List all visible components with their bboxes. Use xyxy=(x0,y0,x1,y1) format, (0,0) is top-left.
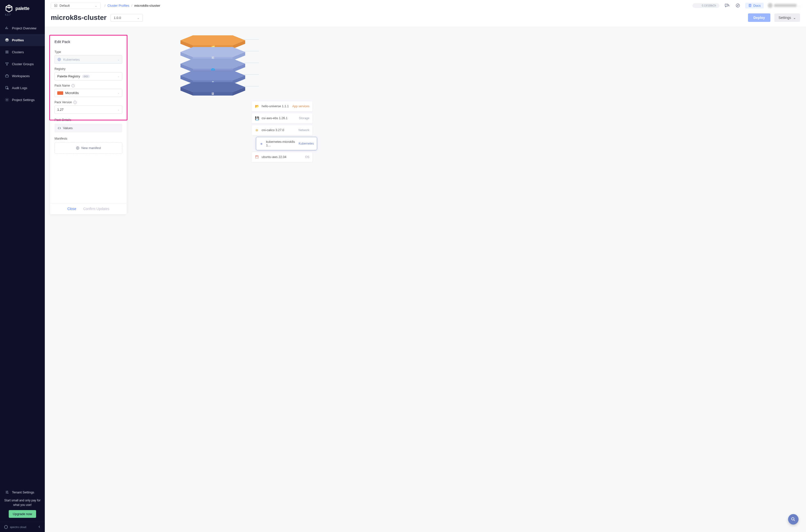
user-name-redacted xyxy=(774,4,796,7)
info-icon[interactable]: i xyxy=(73,101,77,104)
compass-icon[interactable] xyxy=(734,2,741,9)
svg-marker-31 xyxy=(181,82,245,92)
nav-label: Tenant Settings xyxy=(12,491,34,494)
nav: Project Overview Profiles Clusters Clust… xyxy=(0,22,45,498)
svg-point-11 xyxy=(736,4,739,7)
folder-open-icon: 📂 xyxy=(255,104,259,108)
docs-label: Docs xyxy=(753,4,761,7)
pack-name-label: Pack Name i xyxy=(55,84,122,87)
layer-card-network[interactable]: ⊕ cni-calico 3.27.0 Network xyxy=(251,125,313,135)
spectro-logo-icon xyxy=(4,525,8,529)
settings-label: Settings xyxy=(779,16,791,20)
palette-logo-icon xyxy=(5,4,13,13)
nav-profiles[interactable]: Profiles xyxy=(0,34,45,46)
nav-cluster-groups[interactable]: Cluster Groups xyxy=(0,58,45,70)
values-label: Values xyxy=(63,126,73,130)
values-button[interactable]: Values xyxy=(55,124,122,132)
plus-circle-icon xyxy=(76,146,79,150)
stack-visual: 📁 🗄 🌐 ⎈ xyxy=(152,35,806,532)
pack-version-value: 1.27 xyxy=(57,108,63,112)
chevron-down-icon: ⌄ xyxy=(117,58,119,61)
type-value: Kubernetes xyxy=(63,58,80,61)
new-manifest-button[interactable]: New manifest xyxy=(55,142,122,154)
panel-title: Edit Pack xyxy=(50,36,127,47)
svg-rect-4 xyxy=(6,86,8,89)
panel-footer: Close Confirm Updates xyxy=(50,203,127,214)
svg-marker-15 xyxy=(181,35,245,45)
nav-label: Audit Logs xyxy=(12,86,27,90)
nav-label: Workspaces xyxy=(12,74,30,78)
profile-version-select[interactable]: 1.0.0 ⌄ xyxy=(111,14,143,22)
list-icon xyxy=(5,50,9,54)
chat-icon[interactable] xyxy=(723,2,730,9)
help-fab[interactable] xyxy=(788,514,799,525)
chevron-down-icon: ⌄ xyxy=(793,16,796,20)
layer-card-kubernetes[interactable]: ⎈ kubernetes-microk8s 1… Kubernetes xyxy=(256,137,317,150)
edit-pack-panel: Edit Pack Type Kubernetes ⌄ Registry Pal… xyxy=(50,35,127,214)
user-menu[interactable]: ⌄ xyxy=(768,3,800,8)
nav-clusters[interactable]: Clusters xyxy=(0,46,45,58)
breadcrumb: / Cluster Profiles / microk8s-cluster xyxy=(105,4,160,7)
nav-audit-logs[interactable]: Audit Logs xyxy=(0,82,45,94)
svg-point-9 xyxy=(8,493,8,494)
scope-value: Default xyxy=(59,4,70,7)
upgrade-button[interactable]: Upgrade now xyxy=(9,510,36,518)
chevron-down-icon: ⌄ xyxy=(95,4,97,7)
connector xyxy=(244,51,259,51)
nav-label: Profiles xyxy=(12,38,24,42)
usage-badge[interactable]: 0.13/100kCh xyxy=(693,3,719,8)
chevron-down-icon: ⌄ xyxy=(117,75,119,78)
sliders-icon xyxy=(5,490,9,494)
deploy-button[interactable]: Deploy xyxy=(748,14,771,22)
chevron-left-icon[interactable] xyxy=(38,525,41,529)
registry-value: Palette Registry xyxy=(57,74,80,78)
info-icon[interactable]: i xyxy=(72,84,75,87)
nav-project-overview[interactable]: Project Overview xyxy=(0,22,45,34)
layer-name: ubuntu-aws 22.04 xyxy=(262,155,303,159)
svg-point-6 xyxy=(6,99,7,100)
sidebar: palette 4.3.7 Project Overview Profiles xyxy=(0,0,45,532)
chart-bar-icon xyxy=(5,26,9,30)
footer-brand[interactable]: spectro cloud xyxy=(0,522,45,532)
hex-layer-os: 🖥 xyxy=(181,82,245,100)
layer-name: hello-universe 1.1.1 xyxy=(262,104,290,108)
app-version: 4.3.7 xyxy=(0,14,45,20)
pack-name-select[interactable]: MicroK8s ⌄ xyxy=(55,89,122,97)
page-title: microk8s-cluster xyxy=(51,14,107,22)
nav-label: Clusters xyxy=(12,50,24,54)
layer-card-storage[interactable]: 💾 csi-aws-ebs 1.26.1 Storage xyxy=(251,113,313,124)
breadcrumb-link-profiles[interactable]: Cluster Profiles xyxy=(108,4,129,7)
layer-card-app[interactable]: 📂 hello-universe 1.1.1 App services xyxy=(251,101,313,112)
docs-button[interactable]: Docs xyxy=(745,3,764,8)
svg-point-7 xyxy=(7,491,8,492)
footer-brand-text: spectro cloud xyxy=(10,526,26,529)
registry-select[interactable]: Palette Registry OCI ⌄ xyxy=(55,72,122,80)
pack-version-select[interactable]: 1.27 ⌄ xyxy=(55,106,122,114)
settings-button[interactable]: Settings ⌄ xyxy=(774,14,800,22)
layer-name: cni-calico 3.27.0 xyxy=(262,128,296,132)
layer-card-os[interactable]: 🗔 ubuntu-aws 22.04 OS xyxy=(251,152,313,162)
promo-text: Start small and only pay for what you us… xyxy=(0,498,45,510)
layer-name: csi-aws-ebs 1.26.1 xyxy=(262,116,297,120)
content: Edit Pack Type Kubernetes ⌄ Registry Pal… xyxy=(45,26,806,532)
nav-label: Project Overview xyxy=(12,26,36,30)
connector xyxy=(244,74,259,75)
layer-kind: Kubernetes xyxy=(299,142,314,145)
scope-selector[interactable]: Default ⌄ xyxy=(51,2,100,9)
brand-name: palette xyxy=(15,6,30,11)
document-icon xyxy=(748,4,752,7)
titlebar: microk8s-cluster 1.0.0 ⌄ Deploy Settings… xyxy=(45,11,806,26)
close-button[interactable]: Close xyxy=(68,207,76,211)
nav-tenant-settings[interactable]: Tenant Settings xyxy=(0,486,45,498)
svg-point-8 xyxy=(6,492,7,493)
nav-workspaces[interactable]: Workspaces xyxy=(0,70,45,82)
connector xyxy=(244,63,259,63)
connector xyxy=(244,39,259,40)
chevron-down-icon: ⌄ xyxy=(137,16,139,20)
topbar: Default ⌄ / Cluster Profiles / microk8s-… xyxy=(45,0,806,11)
nav-project-settings[interactable]: Project Settings xyxy=(0,94,45,106)
svg-marker-19 xyxy=(181,47,245,57)
breadcrumb-sep: / xyxy=(105,4,106,7)
new-manifest-label: New manifest xyxy=(81,146,101,150)
breadcrumb-current: microk8s-cluster xyxy=(134,4,160,7)
